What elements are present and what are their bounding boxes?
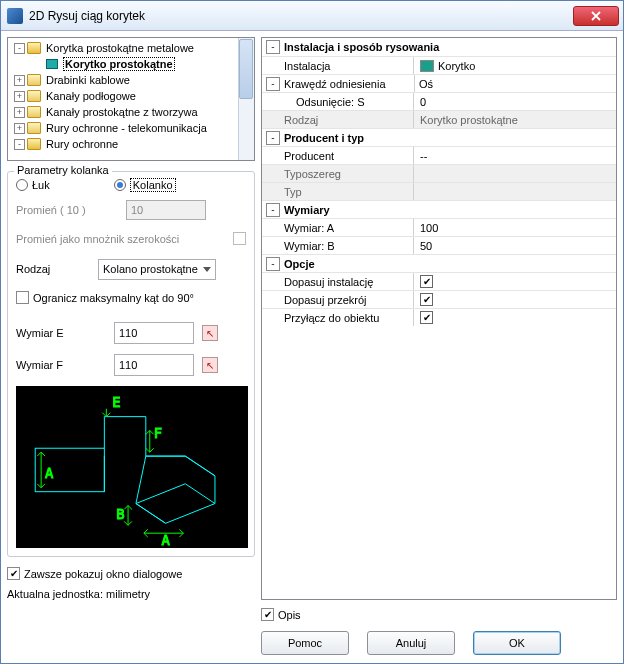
pg-val[interactable]: 0 [414,93,616,110]
pg-row-offset[interactable]: Odsunięcie: S 0 [262,92,616,110]
tree-row[interactable]: + Kanały podłogowe [10,88,252,104]
tree-toggle-icon[interactable]: + [14,107,25,118]
tree-label: Drabinki kablowe [46,74,130,86]
kind-select[interactable]: Kolano prostokątne [98,259,216,280]
pg-section[interactable]: - Wymiary [262,200,616,218]
pg-key: Wymiar: A [262,219,414,236]
help-button[interactable]: Pomoc [261,631,349,655]
cancel-button[interactable]: Anuluj [367,631,455,655]
tree-label: Kanały prostokątne z tworzywa [46,106,198,118]
pg-val[interactable]: Korytko [414,57,616,74]
pg-key: Typ [262,183,414,200]
radius-input [126,200,206,220]
tray-item-icon [46,59,58,69]
pg-val[interactable]: -- [414,147,616,164]
tree-row[interactable]: + Rury ochronne - telekomunikacja [10,120,252,136]
pg-val-text[interactable]: Oś [414,75,616,92]
pick-point-icon[interactable]: ↖ [202,357,218,373]
svg-text:B: B [116,506,124,522]
limit90-label: Ogranicz maksymalny kąt do 90° [33,292,194,304]
tree-row[interactable]: + Drabinki kablowe [10,72,252,88]
collapse-icon[interactable]: - [266,203,280,217]
always-show-row[interactable]: Zawsze pokazuj okno dialogowe [7,567,255,580]
dim-e-input[interactable] [114,322,194,344]
pg-val[interactable]: 50 [414,237,616,254]
pg-val[interactable] [414,309,616,326]
pg-row-wymiar-b[interactable]: Wymiar: B 50 [262,236,616,254]
pick-point-icon[interactable]: ↖ [202,325,218,341]
pg-val [414,183,616,200]
type-tree[interactable]: - Korytka prostokątne metalowe Korytko p… [7,37,255,161]
scrollbar-thumb[interactable] [239,39,253,99]
multiplier-label: Promień jako mnożnik szerokości [16,233,179,245]
svg-text:A: A [162,532,171,547]
svg-text:F: F [154,425,162,441]
group-title: Parametry kolanka [14,164,112,176]
titlebar: 2D Rysuj ciąg korytek [1,1,623,31]
dim-f-input[interactable] [114,354,194,376]
opis-row[interactable]: Opis [261,608,617,621]
tree-row[interactable]: Korytko prostokątne [10,56,252,72]
pg-key: Odsunięcie: S [262,93,414,110]
tree-toggle-icon[interactable]: + [14,91,25,102]
radio-elbow[interactable]: Kolanko [114,178,176,192]
left-pane: - Korytka prostokątne metalowe Korytko p… [7,37,255,657]
radius-label: Promień ( 10 ) [16,204,126,216]
kind-label: Rodzaj [16,263,98,275]
checkbox-icon[interactable] [420,311,433,324]
pg-section-title: Instalacja i sposób rysowania [284,41,439,53]
radio-row: Łuk Kolanko [16,178,246,192]
tree-label: Rury ochronne [46,138,118,150]
always-show-checkbox[interactable] [7,567,20,580]
folder-open-icon [27,138,41,150]
opis-checkbox[interactable] [261,608,274,621]
tree-row[interactable]: + Kanały prostokątne z tworzywa [10,104,252,120]
pg-val[interactable] [414,273,616,290]
pg-subsection[interactable]: - Krawędź odniesienia Oś [262,74,616,92]
multiplier-checkbox [233,232,246,245]
tree-toggle-icon[interactable]: - [14,139,25,150]
dialog-body: - Korytka prostokątne metalowe Korytko p… [1,31,623,663]
pg-section[interactable]: - Opcje [262,254,616,272]
pg-row-wymiar-a[interactable]: Wymiar: A 100 [262,218,616,236]
limit90-row[interactable]: Ogranicz maksymalny kąt do 90° [16,291,246,304]
app-icon [7,8,23,24]
pg-section[interactable]: - Instalacja i sposób rysowania [262,38,616,56]
limit90-checkbox[interactable] [16,291,29,304]
ok-button[interactable]: OK [473,631,561,655]
tree-toggle-icon[interactable]: - [14,43,25,54]
collapse-icon[interactable]: - [266,257,280,271]
tree-row[interactable]: - Korytka prostokątne metalowe [10,40,252,56]
tree-toggle-icon[interactable]: + [14,75,25,86]
property-grid[interactable]: - Instalacja i sposób rysowania Instalac… [261,37,617,600]
pg-key: Krawędź odniesienia [284,78,414,90]
pg-val [414,165,616,182]
tree-scrollbar[interactable] [238,38,254,160]
pg-row-instalacja[interactable]: Instalacja Korytko [262,56,616,74]
pg-val[interactable] [414,291,616,308]
pg-val: Korytko prostokątne [414,111,616,128]
collapse-icon[interactable]: - [266,40,280,54]
tree-label: Korytka prostokątne metalowe [46,42,194,54]
preview-svg: E F A A B [17,387,247,547]
checkbox-icon[interactable] [420,293,433,306]
pg-val[interactable]: 100 [414,219,616,236]
window-title: 2D Rysuj ciąg korytek [29,9,573,23]
kind-row: Rodzaj Kolano prostokątne [16,257,246,281]
pg-row-producent[interactable]: Producent -- [262,146,616,164]
radius-row: Promień ( 10 ) [16,198,246,222]
pg-section[interactable]: - Producent i typ [262,128,616,146]
close-button[interactable] [573,6,619,26]
pg-row-dopasuj-instalacje[interactable]: Dopasuj instalację [262,272,616,290]
dim-f-row: Wymiar F ↖ [16,352,246,378]
tree-row[interactable]: - Rury ochronne [10,136,252,152]
checkbox-icon[interactable] [420,275,433,288]
kind-value: Kolano prostokątne [103,263,198,275]
collapse-icon[interactable]: - [266,131,280,145]
pg-row-dopasuj-przekroj[interactable]: Dopasuj przekrój [262,290,616,308]
tree-toggle-icon[interactable]: + [14,123,25,134]
radio-arc[interactable]: Łuk [16,179,50,191]
pg-row-przylacz[interactable]: Przyłącz do obiektu [262,308,616,326]
dim-e-label: Wymiar E [16,327,106,339]
collapse-icon[interactable]: - [266,77,280,91]
